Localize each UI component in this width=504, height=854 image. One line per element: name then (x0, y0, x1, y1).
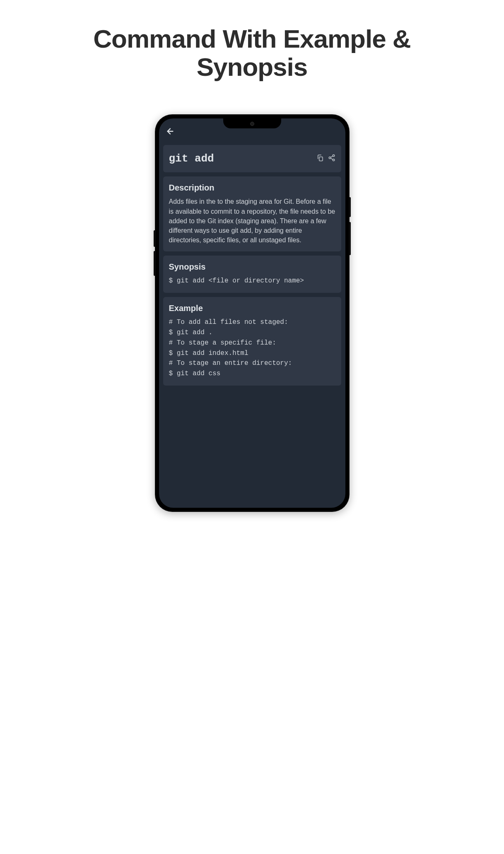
phone-volume-down-button (154, 251, 155, 276)
share-icon[interactable] (328, 154, 335, 163)
phone-notch (223, 118, 281, 128)
copy-icon[interactable] (316, 154, 324, 163)
phone-side-button (350, 222, 351, 255)
synopsis-code: $ git add <file or directory name> (169, 276, 335, 286)
example-card: Example # To add all files not staged: $… (163, 297, 341, 386)
synopsis-heading: Synopsis (169, 262, 335, 272)
command-header-card: git add (163, 145, 341, 172)
svg-line-5 (330, 159, 333, 160)
back-arrow-icon[interactable] (166, 127, 175, 138)
phone-screen: git add (159, 118, 345, 508)
description-card: Description Adds files in the to the sta… (163, 176, 341, 251)
command-actions (316, 154, 335, 163)
command-name: git add (169, 152, 214, 165)
example-code: # To add all files not staged: $ git add… (169, 317, 335, 379)
description-body: Adds files in the to the staging area fo… (169, 197, 335, 245)
page-title: Command With Example & Synopsis (66, 25, 439, 81)
example-heading: Example (169, 304, 335, 313)
svg-rect-1 (319, 157, 322, 161)
synopsis-card: Synopsis $ git add <file or directory na… (163, 256, 341, 293)
phone-frame: git add (155, 114, 350, 512)
description-heading: Description (169, 183, 335, 193)
phone-volume-up-button (154, 230, 155, 247)
phone-power-button (350, 197, 351, 217)
screen-content: git add (159, 118, 345, 394)
svg-line-6 (330, 156, 333, 157)
